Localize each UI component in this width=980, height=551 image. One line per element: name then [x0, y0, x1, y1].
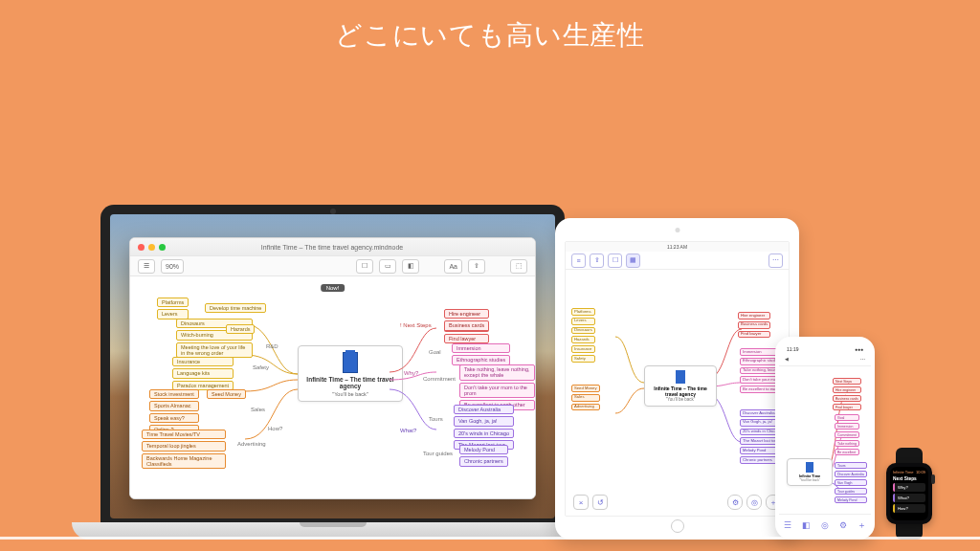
mindmap-node[interactable]: Melody Pond [459, 445, 508, 454]
group-label: Sales [251, 407, 265, 412]
mindmap-node[interactable]: Next Steps [833, 378, 861, 385]
watch-title: Next Steps [893, 476, 925, 481]
home-button[interactable] [671, 519, 684, 533]
group-label: ! Next Steps [400, 322, 432, 328]
mindmap-node[interactable]: Business cards [738, 321, 770, 329]
close-icon[interactable] [138, 244, 145, 251]
node-column: Platforms Levers [157, 298, 189, 320]
center-node[interactable]: Infinite Time "You'll be back" [787, 458, 833, 486]
back-button[interactable]: ≡ [571, 253, 586, 268]
mindmap-node[interactable]: Business cards [833, 395, 861, 402]
redo-button[interactable]: ↺ [592, 495, 608, 510]
mindmap-node[interactable]: Levers [571, 318, 595, 325]
mindmap-node[interactable]: Hazards [226, 324, 255, 334]
node-column: Stock investment Sports Almanac Speak ea… [149, 389, 199, 434]
inspector-button[interactable]: ⬚ [510, 259, 527, 274]
mindmap-node[interactable]: Take nothing, leave nothing, except the … [459, 364, 535, 381]
center-node[interactable]: Infinite Time – The time travel agency "… [644, 365, 717, 407]
undo-button[interactable]: × [573, 495, 589, 510]
mindmap-node[interactable]: Develop time machine [205, 303, 266, 313]
share-button[interactable]: ⇪ [590, 253, 604, 268]
mindmap-node[interactable]: Sales [571, 394, 600, 402]
mindmap-node[interactable]: Find lawyer [738, 331, 770, 339]
watch-row[interactable]: How? [893, 504, 925, 513]
outline-button[interactable]: ☐ [356, 259, 373, 274]
mindmap-node[interactable]: Hire engineer [833, 386, 861, 393]
mindmap-node[interactable]: Hazards [571, 336, 595, 343]
mindmap-node[interactable]: Goal [835, 414, 859, 421]
focus-button[interactable]: ◎ [821, 520, 829, 530]
mindmap-node[interactable]: Find lawyer [833, 404, 861, 410]
mindmap-node[interactable]: Hire engineer [738, 312, 770, 320]
mindmap-node[interactable]: Temporal loop jingles [142, 441, 226, 451]
style-button[interactable]: ◧ [402, 259, 419, 274]
center-node[interactable]: Infinite Time – The time travel agency "… [298, 345, 403, 402]
mindmap-node[interactable]: Dinosaurs [571, 327, 595, 335]
focus-button[interactable]: ◎ [746, 495, 762, 510]
mindmap-node[interactable]: Time Travel Movies/TV [142, 430, 226, 439]
mindmap-node[interactable]: Tours [835, 462, 867, 469]
iphone-device: 11:19 ●●● ◀ ⋯ Infinite Time "You'll be b… [775, 337, 875, 540]
settings-button[interactable]: ⚙ [839, 520, 847, 530]
mindmap-node[interactable]: Van Gogh [835, 479, 867, 486]
watch-row[interactable]: Why? [893, 483, 925, 492]
share-button[interactable]: ⇪ [468, 259, 485, 274]
mindmap-node[interactable]: Language kits [172, 368, 234, 378]
traffic-lights[interactable] [138, 244, 166, 251]
mindmap-canvas[interactable]: Now! Infinite Time – The time travel age… [130, 276, 535, 498]
mindmap-node[interactable]: Find lawyer [444, 334, 489, 343]
minimize-icon[interactable] [148, 244, 155, 251]
mindmap-node[interactable]: Business cards [444, 320, 489, 331]
mindmap-node[interactable]: Take nothing [835, 440, 859, 447]
mindmap-node[interactable]: Don't take your mom to the prom [459, 383, 535, 399]
zoom-level[interactable]: 90% [161, 259, 184, 274]
mindmap-node[interactable]: Immersion [452, 343, 510, 353]
theme-button[interactable]: Aa [444, 259, 462, 274]
tardis-icon [676, 370, 685, 384]
ipad-canvas[interactable]: Infinite Time – The time travel agency "… [566, 270, 789, 516]
mindmap-node[interactable]: Melody Pond [835, 496, 867, 503]
mindmap-node[interactable]: Platforms [571, 308, 595, 316]
mindmap-node[interactable]: Immersion [835, 423, 859, 430]
mindmap-node[interactable]: Seed Money [207, 389, 246, 399]
mindmap-node[interactable]: Chronic partners [459, 456, 508, 466]
mindmap-node[interactable]: Insurance [172, 357, 234, 366]
zoom-icon[interactable] [159, 244, 166, 251]
iphone-canvas[interactable]: Infinite Time "You'll be back" Next Step… [779, 366, 871, 514]
mindmap-node[interactable]: Meeting the love of your life in the wro… [176, 342, 253, 359]
mindmap-node[interactable]: Commitment [835, 431, 859, 438]
mindmap-node[interactable]: Discover Australia [454, 405, 514, 414]
mindmap-node[interactable]: Discover Australia [835, 471, 867, 477]
node-column: Discover Australia Van Gogh, ja, ja! 20'… [454, 405, 514, 450]
layout-button[interactable]: ▭ [379, 259, 396, 274]
style-button[interactable]: ◧ [802, 520, 811, 530]
more-button[interactable]: ⋯ [768, 253, 783, 268]
outline-button[interactable]: ☐ [608, 253, 622, 268]
mindmap-node[interactable]: Insurance [571, 345, 595, 353]
more-button[interactable]: ⋯ [860, 356, 865, 362]
mindmap-node[interactable]: Be excellent [835, 449, 859, 455]
mindmap-node[interactable]: 20's winds in Chicago [454, 429, 514, 438]
mindmap-node[interactable]: Van Gogh, ja, ja! [454, 416, 514, 426]
sidebar-toggle-button[interactable]: ☰ [138, 259, 155, 274]
back-button[interactable]: ◀ [785, 356, 789, 362]
mindmap-node[interactable]: Advertising [571, 404, 600, 411]
mindmap-node[interactable]: Seed Money [571, 385, 600, 392]
watch-face[interactable]: Infinite Time 10:09 Next Steps Why? What… [890, 467, 928, 520]
mindmap-node[interactable]: Platforms [157, 298, 189, 307]
mindmap-node[interactable]: Backwards Home Magazine Classifieds [142, 453, 226, 470]
settings-button[interactable]: ⚙ [727, 495, 743, 510]
mindmap-node[interactable]: Speak easy? [149, 413, 199, 423]
mindmap-node[interactable]: Safety [571, 355, 595, 363]
mindmap-node[interactable]: Stock investment [149, 389, 199, 399]
watch-back[interactable]: Infinite Time [893, 470, 914, 474]
view-button[interactable]: ▦ [626, 253, 640, 268]
digital-crown[interactable] [931, 474, 935, 484]
mindmap-node[interactable]: Hire engineer [444, 309, 489, 319]
add-button[interactable]: ＋ [858, 519, 866, 532]
watch-row[interactable]: What? [893, 494, 925, 502]
ipad-statusbar: 11:23 AM [566, 242, 789, 252]
mindmap-node[interactable]: Tour guides [835, 488, 867, 495]
mindmap-node[interactable]: Sports Almanac [149, 401, 199, 410]
outline-button[interactable]: ☰ [784, 520, 791, 530]
